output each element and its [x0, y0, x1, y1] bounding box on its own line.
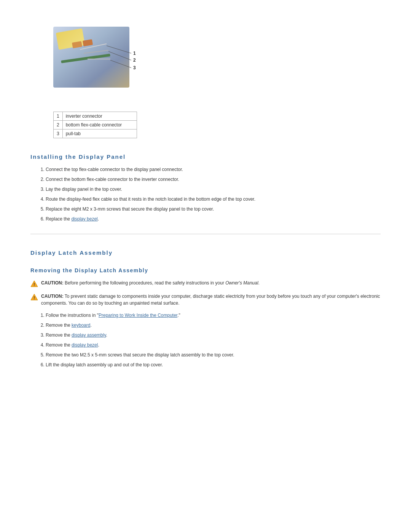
removing-step-5: Remove the two M2.5 x 5-mm screws that s… [46, 351, 381, 358]
removing-step-3-before: Remove the [46, 332, 72, 338]
caution-2-content: CAUTION: To prevent static damage to com… [41, 293, 381, 307]
keyboard-link[interactable]: keyboard [72, 323, 90, 328]
installing-step-4: Route the display-feed flex cable so tha… [46, 196, 381, 203]
installing-step-2: Connect the bottom flex-cable connector … [46, 176, 381, 183]
installing-step-3-text: Lay the display panel in the top cover. [46, 187, 122, 192]
legend-label-3: pull-tab [62, 129, 137, 138]
display-bezel-link-2[interactable]: display bezel [72, 342, 98, 348]
svg-text:!: ! [33, 296, 35, 300]
display-latch-section-title: Display Latch Assembly [30, 249, 381, 256]
svg-text:1: 1 [133, 51, 136, 56]
caution-box-1: ! CAUTION: Before performing the followi… [30, 280, 381, 288]
preparing-link[interactable]: Preparing to Work Inside the Computer [99, 313, 177, 318]
legend-row-3: 3 pull-tab [54, 129, 137, 138]
removing-step-6: Lift the display latch assembly up and o… [46, 361, 381, 368]
removing-step-4-after: . [98, 342, 99, 348]
removing-step-2-after: . [90, 323, 91, 328]
removing-steps-list: Follow the instructions in "Preparing to… [46, 312, 381, 368]
legend-row-2: 2 bottom flex-cable connector [54, 121, 137, 129]
display-assembly-link[interactable]: display assembly [72, 332, 106, 338]
caution-icon-1: ! [30, 280, 38, 288]
section-divider [30, 234, 381, 234]
caution-2-text: To prevent static damage to components i… [41, 294, 380, 306]
installing-steps-list: Connect the top flex-cable connector to … [46, 166, 381, 222]
removing-section-title: Removing the Display Latch Assembly [30, 267, 381, 273]
legend-row-1: 1 inverter connector [54, 112, 137, 121]
caution-icon-2: ! [30, 293, 38, 301]
svg-text:2: 2 [133, 58, 136, 63]
installing-step-1: Connect the top flex-cable connector to … [46, 166, 381, 173]
removing-step-1-after: ." [177, 313, 180, 318]
removing-step-5-text: Remove the two M2.5 x 5-mm screws that s… [46, 352, 234, 358]
legend-num-1: 1 [54, 112, 63, 121]
svg-text:3: 3 [133, 65, 136, 70]
diagram-svg: 1 2 3 [30, 15, 160, 99]
installing-step-5-text: Replace the eight M2 x 3-mm screws that … [46, 206, 214, 212]
installing-step-6: Replace the display bezel. [46, 216, 381, 222]
caution-1-italic: Owner's Manual [225, 280, 258, 286]
removing-step-6-text: Lift the display latch assembly up and o… [46, 362, 163, 367]
legend-label-1: inverter connector [62, 112, 137, 121]
installing-section-title: Installing the Display Panel [30, 153, 381, 160]
installing-step-2-text: Connect the bottom flex-cable connector … [46, 177, 179, 182]
removing-step-3-after: . [106, 332, 107, 338]
legend-num-2: 2 [54, 121, 63, 129]
legend-label-2: bottom flex-cable connector [62, 121, 137, 129]
caution-1-content: CAUTION: Before performing the following… [41, 280, 260, 286]
removing-step-4-before: Remove the [46, 342, 72, 348]
caution-1-text: Before performing the following procedur… [65, 280, 225, 286]
installing-step-5: Replace the eight M2 x 3-mm screws that … [46, 206, 381, 212]
caution-1-label: CAUTION: [41, 280, 64, 286]
removing-step-4: Remove the display bezel. [46, 342, 381, 348]
caution-2-label: CAUTION: [41, 294, 64, 299]
caution-1-end: . [258, 280, 260, 286]
legend-table: 1 inverter connector 2 bottom flex-cable… [53, 112, 137, 138]
removing-step-1-before: Follow the instructions in " [46, 313, 99, 318]
installing-step-1-text: Connect the top flex-cable connector to … [46, 167, 183, 172]
diagram-container: 1 2 3 [30, 15, 160, 100]
caution-box-2: ! CAUTION: To prevent static damage to c… [30, 293, 381, 307]
removing-step-2-before: Remove the [46, 323, 72, 328]
svg-text:!: ! [33, 282, 35, 287]
removing-step-2: Remove the keyboard. [46, 322, 381, 329]
installing-step-3: Lay the display panel in the top cover. [46, 186, 381, 193]
installing-step-6-before: Replace the [46, 216, 71, 222]
diagram-section: 1 2 3 [30, 15, 381, 100]
installing-step-6-after: . [98, 216, 99, 222]
removing-step-1: Follow the instructions in "Preparing to… [46, 312, 381, 319]
installing-step-4-text: Route the display-feed flex cable so tha… [46, 197, 255, 202]
removing-step-3: Remove the display assembly. [46, 332, 381, 339]
legend-num-3: 3 [54, 129, 63, 138]
display-bezel-link-1[interactable]: display bezel [71, 216, 97, 222]
